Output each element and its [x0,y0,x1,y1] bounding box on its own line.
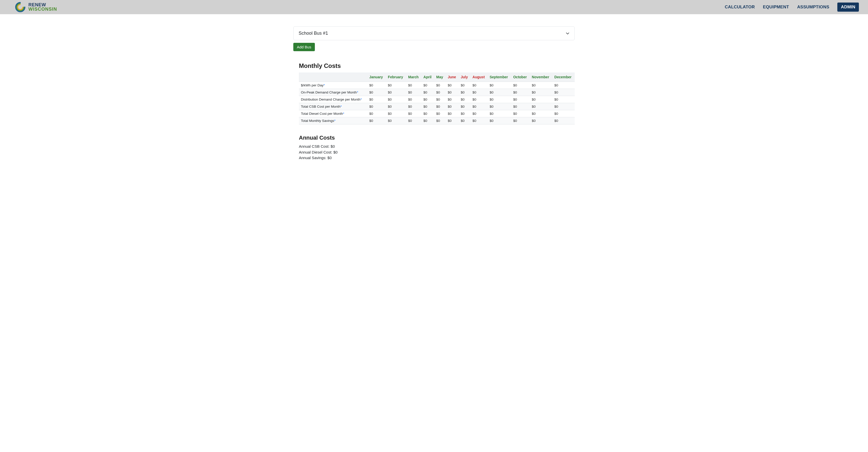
monthly-costs-title: Monthly Costs [299,62,575,69]
cost-cell: $0 [488,110,511,117]
cost-cell: $0 [421,82,434,89]
cost-cell: $0 [530,110,552,117]
nav-admin[interactable]: ADMIN [837,3,859,12]
info-asterisk[interactable]: * [361,98,362,101]
cost-cell: $0 [367,82,386,89]
row-label: Total CSB Cost per Month* [299,103,367,110]
nav-equipment[interactable]: EQUIPMENT [763,5,789,10]
cost-cell: $0 [386,110,406,117]
table-row: On-Peak Demand Charge per Month*$0$0$0$0… [299,89,575,96]
annual-costs-section: Annual Costs Annual CSB Cost: $0 Annual … [299,134,575,161]
cost-cell: $0 [470,103,488,110]
cost-cell: $0 [552,117,575,124]
month-header: August [470,72,488,82]
info-asterisk[interactable]: * [334,119,335,123]
monthly-costs-table-wrapper: JanuaryFebruaryMarchAprilMayJuneJulyAugu… [299,72,575,124]
bus-accordion[interactable]: School Bus #1 [293,26,575,40]
cost-cell: $0 [459,96,470,103]
table-row: $/kWh per Day*$0$0$0$0$0$0$0$0$0$0$0$0 [299,82,575,89]
info-asterisk[interactable]: * [323,83,325,87]
add-bus-button[interactable]: Add Bus [293,43,315,51]
month-header: April [421,72,434,82]
annual-savings-line: Annual Savings: $0 [299,155,575,161]
cost-cell: $0 [406,110,421,117]
cost-cell: $0 [421,89,434,96]
logo-icon [14,1,26,13]
cost-cell: $0 [552,89,575,96]
cost-cell: $0 [470,110,488,117]
logo[interactable]: RENEW WISCONSIN [14,1,57,13]
cost-cell: $0 [386,89,406,96]
cost-cell: $0 [446,117,459,124]
row-label: Total Monthly Savings* [299,117,367,124]
cost-cell: $0 [488,96,511,103]
cost-cell: $0 [367,103,386,110]
cost-cell: $0 [459,103,470,110]
month-header: March [406,72,421,82]
cost-cell: $0 [386,103,406,110]
month-header: January [367,72,386,82]
month-header: May [434,72,446,82]
header: RENEW WISCONSIN CALCULATOR EQUIPMENT ASS… [0,0,868,14]
cost-cell: $0 [434,117,446,124]
cost-cell: $0 [446,103,459,110]
chevron-down-icon [566,32,569,35]
nav-calculator[interactable]: CALCULATOR [725,5,755,10]
cost-cell: $0 [488,117,511,124]
annual-savings-label: Annual Savings: [299,156,328,160]
annual-csb-value: $0 [331,144,335,149]
logo-text: RENEW WISCONSIN [28,3,57,11]
cost-cell: $0 [470,117,488,124]
cost-cell: $0 [367,96,386,103]
month-header: June [446,72,459,82]
cost-cell: $0 [421,103,434,110]
cost-cell: $0 [434,110,446,117]
accordion-title: School Bus #1 [299,31,328,36]
cost-cell: $0 [530,82,552,89]
cost-cell: $0 [470,96,488,103]
cost-cell: $0 [446,96,459,103]
monthly-costs-table: JanuaryFebruaryMarchAprilMayJuneJulyAugu… [299,72,575,124]
row-label: Distribution Demand Charge per Month* [299,96,367,103]
month-header: November [530,72,552,82]
cost-cell: $0 [511,89,530,96]
cost-cell: $0 [386,117,406,124]
cost-cell: $0 [386,96,406,103]
annual-csb-line: Annual CSB Cost: $0 [299,144,575,150]
annual-diesel-value: $0 [333,150,338,154]
cost-cell: $0 [367,110,386,117]
annual-diesel-label: Annual Diesel Cost: [299,150,333,154]
row-label: On-Peak Demand Charge per Month* [299,89,367,96]
cost-cell: $0 [511,110,530,117]
cost-cell: $0 [421,110,434,117]
cost-cell: $0 [386,82,406,89]
logo-text-bottom: WISCONSIN [28,7,57,11]
annual-savings-value: $0 [328,156,332,160]
month-header: September [488,72,511,82]
cost-cell: $0 [552,96,575,103]
annual-costs-title: Annual Costs [299,134,575,141]
row-label: $/kWh per Day* [299,82,367,89]
cost-cell: $0 [421,96,434,103]
table-row: Total Diesel Cost per Month*$0$0$0$0$0$0… [299,110,575,117]
cost-cell: $0 [367,117,386,124]
main-nav: CALCULATOR EQUIPMENT ASSUMPTIONS ADMIN [725,3,859,12]
cost-cell: $0 [470,82,488,89]
info-asterisk[interactable]: * [357,91,358,94]
cost-cell: $0 [552,103,575,110]
info-asterisk[interactable]: * [343,112,344,116]
info-asterisk[interactable]: * [340,105,342,108]
cost-cell: $0 [511,103,530,110]
cost-cell: $0 [406,89,421,96]
table-row: Distribution Demand Charge per Month*$0$… [299,96,575,103]
month-header: October [511,72,530,82]
cost-cell: $0 [434,103,446,110]
cost-cell: $0 [511,96,530,103]
cost-cell: $0 [530,117,552,124]
cost-cell: $0 [470,89,488,96]
cost-cell: $0 [530,89,552,96]
table-corner-cell [299,72,367,82]
cost-cell: $0 [367,89,386,96]
cost-cell: $0 [434,96,446,103]
nav-assumptions[interactable]: ASSUMPTIONS [797,5,829,10]
